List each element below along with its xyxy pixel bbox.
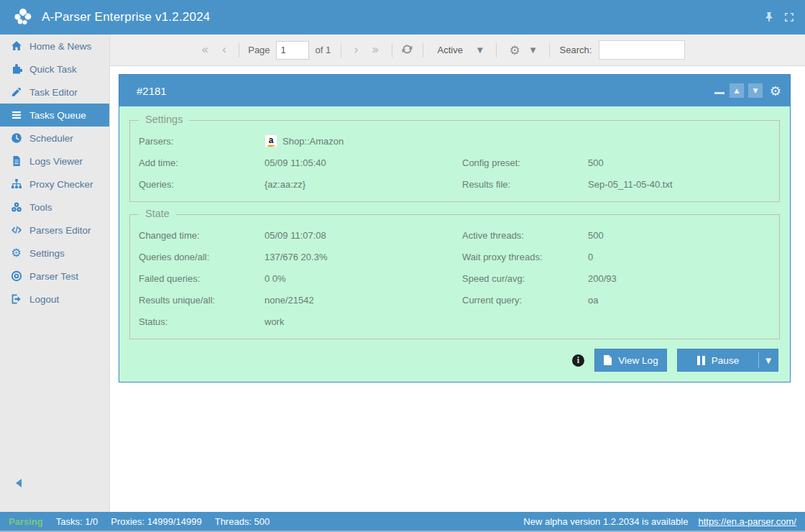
field-value: none/21542 bbox=[264, 295, 462, 306]
home-icon bbox=[10, 40, 22, 52]
code-icon bbox=[10, 224, 22, 237]
state-row: Failed queries: 0 0% Speed cur/avg: 200/… bbox=[139, 267, 779, 289]
field-label: Changed time: bbox=[139, 230, 264, 241]
sidebar-item-quick-task[interactable]: Quick Task bbox=[0, 58, 109, 81]
sidebar-item-scheduler[interactable]: Scheduler bbox=[0, 127, 109, 150]
parsing-status: Parsing bbox=[9, 516, 43, 527]
move-task-down-button[interactable]: ▼ bbox=[748, 83, 763, 98]
sidebar-item-label: Logs Viewer bbox=[29, 156, 83, 167]
filter-dropdown-caret-icon[interactable]: ▼ bbox=[470, 46, 490, 54]
tasks-count: Tasks: 1/0 bbox=[56, 516, 98, 527]
pin-icon[interactable] bbox=[763, 12, 775, 23]
field-value: 05/09 11:05:40 bbox=[264, 157, 462, 168]
next-page-button[interactable]: › bbox=[347, 44, 365, 56]
update-link[interactable]: https://en.a-parser.com/ bbox=[698, 516, 796, 527]
field-value: 0 0% bbox=[264, 273, 462, 284]
logout-icon bbox=[10, 293, 22, 306]
field-value: work bbox=[264, 316, 462, 327]
field-label: Speed cur/avg: bbox=[462, 273, 588, 284]
sidebar-item-settings[interactable]: ⚙ Settings bbox=[0, 242, 109, 265]
field-label: Status: bbox=[139, 316, 264, 327]
sidebar-item-label: Tasks Queue bbox=[29, 110, 86, 121]
task-actions: i View Log Pause bbox=[131, 349, 778, 372]
last-page-button[interactable]: » bbox=[365, 44, 385, 56]
field-value: oa bbox=[588, 295, 779, 306]
field-label: Results file: bbox=[462, 179, 588, 190]
prev-page-button[interactable]: ‹ bbox=[215, 44, 233, 56]
search-input[interactable] bbox=[599, 40, 685, 60]
field-label: Wait proxy threads: bbox=[462, 252, 588, 262]
sidebar-item-task-editor[interactable]: Task Editor bbox=[0, 81, 109, 104]
status-bar: Parsing Tasks: 1/0 Proxies: 14999/14999 … bbox=[0, 512, 805, 531]
collapse-panel-icon[interactable] bbox=[714, 85, 725, 96]
field-label: Config preset: bbox=[462, 157, 588, 168]
file-icon bbox=[603, 354, 612, 366]
field-value: 500 bbox=[588, 230, 779, 241]
field-label: Queries done/all: bbox=[139, 252, 264, 262]
state-row: Changed time: 05/09 11:07:08 Active thre… bbox=[139, 224, 779, 246]
move-task-up-button[interactable]: ▲ bbox=[730, 83, 744, 98]
settings-legend: Settings bbox=[139, 114, 189, 125]
update-notice: New alpha version 1.2.2034 is available bbox=[523, 516, 688, 527]
page-number-input[interactable] bbox=[276, 41, 309, 60]
sidebar-item-logout[interactable]: Logout bbox=[0, 288, 109, 311]
panel-gear-icon[interactable]: ⚙ bbox=[770, 83, 781, 98]
app-title: A-Parser Enterprise v1.2.2024 bbox=[42, 10, 210, 24]
pause-button[interactable]: Pause ▼ bbox=[677, 349, 778, 372]
sidebar-item-parser-test[interactable]: Parser Test bbox=[0, 265, 109, 288]
sidebar-item-home-news[interactable]: Home & News bbox=[0, 35, 109, 58]
field-value: a Shop::Amazon bbox=[264, 134, 462, 147]
sidebar-item-tools[interactable]: Tools bbox=[0, 196, 109, 219]
field-value: {az:aa:zz} bbox=[264, 179, 462, 190]
view-log-button[interactable]: View Log bbox=[594, 349, 667, 372]
sidebar-item-label: Settings bbox=[29, 248, 65, 259]
sidebar-item-label: Parsers Editor bbox=[29, 225, 91, 236]
task-panel-header: #2181 ▲ ▼ ⚙ bbox=[119, 75, 790, 106]
state-row: Queries done/all: 137/676 20.3% Wait pro… bbox=[139, 246, 779, 267]
field-label: Queries: bbox=[139, 179, 264, 190]
sidebar-item-tasks-queue[interactable]: Tasks Queue bbox=[0, 104, 109, 127]
file-icon bbox=[10, 155, 22, 168]
field-label: Active threads: bbox=[462, 230, 588, 241]
sidebar: Home & News Quick Task Task Editor Tasks… bbox=[0, 35, 110, 512]
app-window: A-Parser Enterprise v1.2.2024 Home & New… bbox=[0, 0, 805, 532]
first-page-button[interactable]: « bbox=[195, 44, 215, 56]
sidebar-item-proxy-checker[interactable]: Proxy Checker bbox=[0, 173, 109, 196]
proxies-count: Proxies: 14999/14999 bbox=[111, 516, 201, 527]
task-panel-body: Settings Parsers: a Shop::Amazon bbox=[119, 106, 790, 382]
info-icon[interactable]: i bbox=[572, 354, 584, 367]
task-panel: #2181 ▲ ▼ ⚙ Settings Pa bbox=[119, 74, 791, 382]
field-label: Current query: bbox=[462, 295, 588, 306]
task-id-title: #2181 bbox=[137, 85, 167, 97]
page-label: Page bbox=[248, 45, 270, 55]
field-value: 200/93 bbox=[588, 273, 779, 284]
sidebar-item-parsers-editor[interactable]: Parsers Editor bbox=[0, 219, 109, 242]
field-value: 0 bbox=[588, 252, 779, 262]
sidebar-item-label: Tools bbox=[29, 202, 52, 213]
search-label: Search: bbox=[560, 45, 592, 55]
field-value: 500 bbox=[588, 157, 779, 168]
task-filter-value[interactable]: Active bbox=[438, 45, 463, 55]
gear-icon: ⚙ bbox=[10, 247, 22, 260]
state-row: Status: work bbox=[139, 311, 779, 332]
pause-icon bbox=[697, 356, 705, 365]
sidebar-item-label: Task Editor bbox=[29, 87, 78, 98]
gear-dropdown-caret-icon[interactable]: ▼ bbox=[523, 46, 543, 54]
refresh-icon[interactable] bbox=[398, 41, 417, 60]
fullscreen-icon[interactable] bbox=[783, 12, 795, 23]
sidebar-item-label: Parser Test bbox=[29, 271, 78, 282]
field-label: Parsers: bbox=[139, 136, 264, 147]
settings-row: Add time: 05/09 11:05:40 Config preset: … bbox=[139, 152, 779, 173]
toolbar-separator bbox=[239, 43, 239, 58]
toolbar-gear-icon[interactable]: ⚙ bbox=[502, 43, 523, 58]
sidebar-collapse-arrow[interactable] bbox=[16, 479, 22, 487]
paging-toolbar: « ‹ Page of 1 › » Active ▼ ⚙ ▼ bbox=[110, 35, 805, 66]
field-value: Sep-05_11-05-40.txt bbox=[588, 179, 779, 190]
toolbar-separator bbox=[392, 43, 392, 58]
pause-dropdown-caret-icon[interactable]: ▼ bbox=[759, 357, 778, 364]
sidebar-item-label: Quick Task bbox=[29, 64, 77, 75]
field-label: Results unique/all: bbox=[139, 295, 264, 306]
bullseye-icon bbox=[10, 270, 22, 283]
sidebar-item-logs-viewer[interactable]: Logs Viewer bbox=[0, 150, 109, 173]
field-label: Failed queries: bbox=[139, 273, 264, 284]
